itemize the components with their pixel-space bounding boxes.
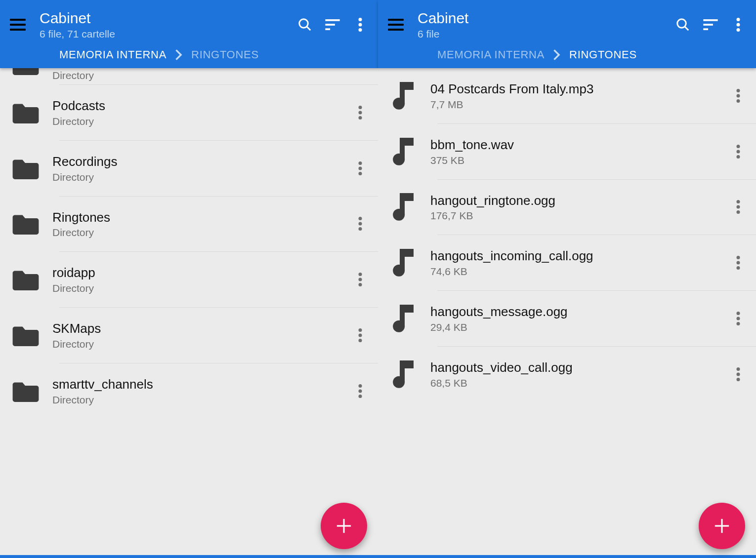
overflow-button[interactable] <box>346 11 374 39</box>
svg-point-13 <box>359 116 362 120</box>
svg-rect-2 <box>10 29 26 31</box>
list-item[interactable]: RecordingsDirectory <box>59 141 378 197</box>
folder-icon <box>12 213 40 235</box>
more-vert-icon <box>736 256 740 270</box>
item-sub: 7,7 MB <box>430 99 726 111</box>
crumb-root[interactable]: MEMORIA INTERNA <box>59 48 167 61</box>
svg-point-20 <box>359 273 362 276</box>
item-more-button[interactable] <box>348 379 372 403</box>
item-sub: Directory <box>52 116 348 127</box>
svg-point-58 <box>737 372 740 376</box>
svg-point-56 <box>737 322 740 325</box>
svg-point-47 <box>737 155 740 159</box>
svg-point-19 <box>359 227 362 231</box>
svg-point-45 <box>737 145 740 148</box>
crumb-root[interactable]: MEMORIA INTERNA <box>437 48 545 61</box>
item-more-button[interactable] <box>726 195 750 219</box>
svg-rect-0 <box>10 19 26 21</box>
more-vert-icon <box>358 384 362 398</box>
search-button[interactable] <box>669 11 697 39</box>
more-vert-icon <box>736 200 740 214</box>
list-item[interactable]: PodcastsDirectory <box>59 85 378 141</box>
sort-button[interactable] <box>319 11 346 39</box>
breadcrumb: MEMORIA INTERNA RINGTONES <box>378 42 756 68</box>
item-sub: Directory <box>52 171 348 183</box>
search-button[interactable] <box>291 11 319 39</box>
item-more-button[interactable] <box>348 157 372 180</box>
more-vert-icon <box>358 161 362 175</box>
item-more-button[interactable] <box>348 101 372 124</box>
svg-point-17 <box>359 217 362 220</box>
item-name: Podcasts <box>52 98 348 115</box>
svg-point-40 <box>737 23 740 27</box>
list-item[interactable]: hangouts_incoming_call.ogg74,6 KB <box>437 235 756 291</box>
item-more-button[interactable] <box>726 84 750 108</box>
svg-point-52 <box>737 261 740 265</box>
svg-point-3 <box>299 19 308 28</box>
menu-button[interactable] <box>382 11 410 39</box>
list-item[interactable]: hangouts_video_call.ogg68,5 KB <box>437 347 756 402</box>
item-name: hangouts_incoming_call.ogg <box>430 248 726 265</box>
more-vert-icon <box>736 312 740 325</box>
app-title: Cabinet <box>40 9 291 27</box>
more-vert-icon <box>358 328 362 342</box>
item-sub: Directory <box>52 227 348 239</box>
svg-point-27 <box>359 389 362 393</box>
list-item[interactable]: bbm_tone.wav375 KB <box>437 124 756 180</box>
list-item[interactable]: SKMapsDirectory <box>59 308 378 363</box>
list-item-partial[interactable]: Directory <box>59 68 378 85</box>
list-item[interactable]: hangout_ringtone.ogg176,7 KB <box>437 180 756 236</box>
hamburger-icon <box>10 19 26 31</box>
svg-line-4 <box>307 27 311 31</box>
folder-icon <box>12 380 40 402</box>
item-more-button[interactable] <box>726 251 750 275</box>
svg-point-28 <box>359 395 362 398</box>
sort-icon <box>325 19 340 30</box>
svg-point-54 <box>737 312 740 315</box>
svg-rect-36 <box>703 19 717 21</box>
svg-point-14 <box>359 161 362 165</box>
svg-point-11 <box>359 106 362 109</box>
sort-button[interactable] <box>697 11 724 39</box>
appbar: Cabinet 6 file MEMORIA INTERNA RINGTONES <box>378 0 756 68</box>
crumb-child[interactable]: RINGTONES <box>569 48 637 61</box>
folder-list[interactable]: Directory PodcastsDirectoryRecordingsDir… <box>0 68 378 558</box>
item-more-button[interactable] <box>726 140 750 163</box>
svg-point-44 <box>737 99 740 103</box>
fab-add[interactable] <box>321 503 367 549</box>
fab-add[interactable] <box>699 503 745 549</box>
chevron-right-icon <box>553 49 560 60</box>
more-vert-icon <box>358 106 362 120</box>
overflow-button[interactable] <box>724 11 752 39</box>
svg-point-46 <box>737 150 740 153</box>
item-more-button[interactable] <box>348 212 372 236</box>
plus-icon <box>714 518 730 534</box>
svg-point-34 <box>677 19 686 28</box>
item-more-button[interactable] <box>348 323 372 347</box>
svg-point-50 <box>737 210 740 214</box>
item-more-button[interactable] <box>726 362 750 386</box>
crumb-child[interactable]: RINGTONES <box>191 48 259 61</box>
more-vert-icon <box>736 145 740 159</box>
svg-point-48 <box>737 200 740 203</box>
svg-point-59 <box>737 378 740 381</box>
svg-point-55 <box>737 317 740 320</box>
folder-icon <box>12 269 40 290</box>
menu-button[interactable] <box>4 11 32 39</box>
list-item[interactable]: RingtonesDirectory <box>59 197 378 252</box>
file-list[interactable]: 04 Postcards From Italy.mp37,7 MBbbm_ton… <box>378 68 756 558</box>
list-item[interactable]: 04 Postcards From Italy.mp37,7 MB <box>437 68 756 124</box>
music-note-icon <box>390 249 414 277</box>
chevron-right-icon <box>175 49 182 60</box>
more-vert-icon <box>358 18 362 32</box>
list-item[interactable]: roidappDirectory <box>59 252 378 308</box>
svg-point-21 <box>359 278 362 281</box>
item-more-button[interactable] <box>348 268 372 291</box>
list-item[interactable]: smarttv_channelsDirectory <box>59 363 378 419</box>
folder-icon <box>12 158 40 179</box>
item-sub: 375 KB <box>430 155 726 166</box>
item-name: hangouts_video_call.ogg <box>430 359 726 376</box>
list-item[interactable]: hangouts_message.ogg29,4 KB <box>437 291 756 347</box>
item-name: smarttv_channels <box>52 376 348 393</box>
item-more-button[interactable] <box>726 307 750 330</box>
